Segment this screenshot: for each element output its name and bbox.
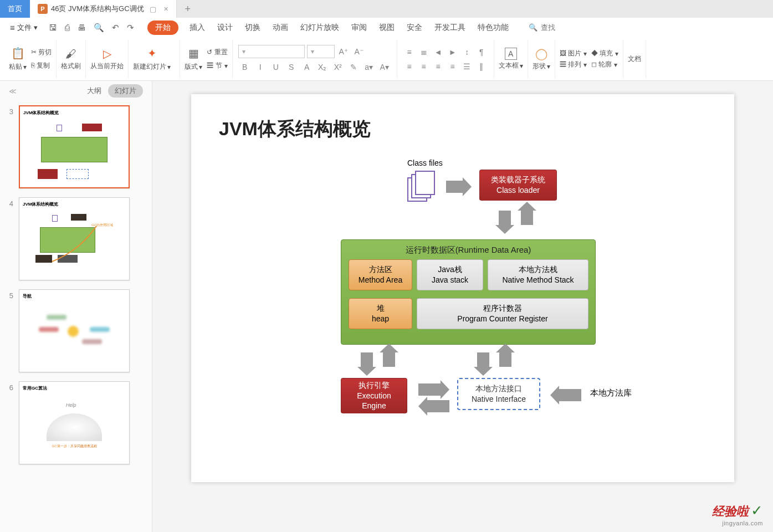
font-color-button[interactable]: A xyxy=(300,60,314,74)
outline-tab[interactable]: 大纲 xyxy=(87,86,101,96)
indent-inc-button[interactable]: ► xyxy=(446,45,459,59)
export-icon[interactable]: ⎙ xyxy=(65,23,70,33)
arrow-icon xyxy=(427,400,449,412)
tab-home[interactable]: 首页 xyxy=(0,0,30,18)
font-name-select[interactable]: ▾ xyxy=(238,45,305,58)
doc-title: 46页 JVM体系结构与GC调优 xyxy=(51,4,144,14)
columns-button[interactable]: ‖ xyxy=(475,60,488,73)
tab-slideshow[interactable]: 幻灯片放映 xyxy=(299,21,340,35)
app-badge: P xyxy=(38,4,48,14)
align-center-button[interactable]: ≡ xyxy=(417,60,431,73)
tab-features[interactable]: 特色功能 xyxy=(477,21,510,35)
copy-button[interactable]: ⎘ 复制 xyxy=(31,60,52,71)
box-execution-engine: 执行引擎ExecutionEngine xyxy=(341,378,407,413)
close-icon[interactable]: × xyxy=(164,4,168,13)
tab-review[interactable]: 审阅 xyxy=(350,21,368,35)
arrow-icon xyxy=(559,389,581,401)
section-button[interactable]: ☰ 节▾ xyxy=(207,60,227,71)
search-button[interactable]: 🔍 查找 xyxy=(529,23,555,33)
bullets-button[interactable]: ≡ xyxy=(403,45,416,59)
play-from-current-button[interactable]: ▷ 从当前开始 xyxy=(86,40,129,79)
thumbnail-5[interactable]: 导航 xyxy=(19,289,130,372)
font-increase-button[interactable]: A⁺ xyxy=(337,45,350,58)
superscript-button[interactable]: X² xyxy=(331,60,345,74)
arrange-button[interactable]: ☰ 排列▾ xyxy=(560,60,587,69)
tab-insert[interactable]: 插入 xyxy=(188,21,206,35)
arrow-icon xyxy=(477,352,489,367)
paste-icon[interactable]: 📋 xyxy=(11,47,25,60)
slide-canvas[interactable]: JVM体系结构概览 Class files 类装载器子系统Class loade… xyxy=(152,81,773,532)
redo-icon[interactable]: ↷ xyxy=(127,23,134,33)
play-icon: ▷ xyxy=(103,47,111,60)
tab-document[interactable]: P 46页 JVM体系结构与GC调优 ▢ × xyxy=(30,0,177,18)
tab-devtools[interactable]: 开发工具 xyxy=(433,21,467,35)
reset-button[interactable]: ↺ 重置 xyxy=(207,47,227,58)
bold-button[interactable]: B xyxy=(238,60,252,74)
text-direction-button[interactable]: ¶ xyxy=(475,45,488,59)
highlight-button[interactable]: ✎ xyxy=(347,60,360,74)
textbox-icon: A xyxy=(505,48,517,60)
tab-security[interactable]: 安全 xyxy=(406,21,423,35)
file-menu[interactable]: ≡ 文件 ▾ xyxy=(7,21,41,35)
brush-icon: 🖌 xyxy=(65,48,76,60)
arrow-icon xyxy=(499,352,511,367)
undo-icon[interactable]: ↶ xyxy=(112,23,119,33)
format-painter-button[interactable]: 🖌 格式刷 xyxy=(57,40,86,79)
fill-button[interactable]: ◆ 填充▾ xyxy=(591,49,618,58)
tab-transition[interactable]: 切换 xyxy=(244,21,262,35)
thumbnail-6[interactable]: 常用GC算法HelpGC第一步：共享问题排查流程 xyxy=(19,381,130,464)
textbox-button[interactable]: A 文本框▾ xyxy=(494,40,528,79)
font-size-select[interactable]: ▾ xyxy=(307,45,335,58)
align-right-button[interactable]: ≡ xyxy=(432,60,445,73)
align-justify-button[interactable]: ≡ xyxy=(446,60,459,73)
paste-button[interactable]: 粘贴▾ xyxy=(9,62,27,71)
tab-animation[interactable]: 动画 xyxy=(272,21,289,35)
layout-icon[interactable]: ▦ xyxy=(188,47,199,60)
slides-tab[interactable]: 幻灯片 xyxy=(108,84,143,98)
tab-design[interactable]: 设计 xyxy=(216,21,234,35)
tab-start[interactable]: 开始 xyxy=(147,21,178,35)
cut-button[interactable]: ✂ 剪切 xyxy=(31,47,52,58)
layout-button[interactable]: 版式▾ xyxy=(185,62,202,71)
distribute-button[interactable]: ☰ xyxy=(460,60,474,73)
arrow-icon xyxy=(361,352,373,367)
box-pcr: 程序计数器Program Counter Register xyxy=(417,298,588,329)
box-native-stack: 本地方法栈Native Method Stack xyxy=(488,259,588,290)
preview-icon[interactable]: 🔍 xyxy=(94,23,104,33)
text-effect-button[interactable]: A▾ xyxy=(378,60,391,74)
picture-button[interactable]: 🖼 图片▾ xyxy=(560,49,587,58)
line-spacing-button[interactable]: ↕ xyxy=(460,45,474,59)
strike-button[interactable]: S xyxy=(285,60,298,74)
new-tab-button[interactable]: + xyxy=(177,0,199,18)
shape-button[interactable]: ◯ 形状▾ xyxy=(528,40,555,79)
doc-clip-button[interactable]: 文档 xyxy=(623,40,646,79)
underline-button[interactable]: U xyxy=(269,60,283,74)
slide-title: JVM体系结构概览 xyxy=(219,116,707,142)
thumbnail-3[interactable]: JVM体系结构概览 xyxy=(19,105,130,188)
indent-dec-button[interactable]: ◄ xyxy=(432,45,445,59)
numbering-button[interactable]: ≣ xyxy=(417,45,431,59)
save-icon[interactable]: 🖫 xyxy=(49,23,57,33)
arrow-icon xyxy=(499,211,511,225)
box-native-interface: 本地方法接口Native Interface xyxy=(457,378,540,410)
tab-dup-icon[interactable]: ▢ xyxy=(150,5,156,13)
font-decrease-button[interactable]: A⁻ xyxy=(352,45,366,58)
box-method-area: 方法区Method Area xyxy=(349,259,412,290)
subscript-button[interactable]: X₂ xyxy=(316,60,329,74)
tab-view[interactable]: 视图 xyxy=(378,21,396,35)
thumbnail-list[interactable]: 3JVM体系结构概览 4JVM体系结构概览GC的作用区域 5导航 6常用GC算法… xyxy=(0,101,152,532)
italic-button[interactable]: I xyxy=(254,60,267,74)
align-left-button[interactable]: ≡ xyxy=(403,60,416,73)
runtime-title: 运行时数据区(Runtime Data Area) xyxy=(341,244,595,255)
outline-button[interactable]: ◻ 轮廓▾ xyxy=(591,60,618,69)
box-heap: 堆heap xyxy=(349,298,412,329)
new-slide-icon[interactable]: ✦ xyxy=(147,47,157,60)
case-button[interactable]: a▾ xyxy=(362,60,376,74)
box-classloader: 类装载器子系统Class loader xyxy=(479,170,557,201)
arrow-icon xyxy=(521,211,533,225)
thumbnail-4[interactable]: JVM体系结构概览GC的作用区域 xyxy=(19,197,130,280)
classfiles-label: Class files xyxy=(407,158,443,167)
print-icon[interactable]: 🖶 xyxy=(78,23,86,33)
new-slide-button[interactable]: 新建幻灯片▾ xyxy=(133,62,171,71)
collapse-icon[interactable]: ≪ xyxy=(9,87,17,95)
